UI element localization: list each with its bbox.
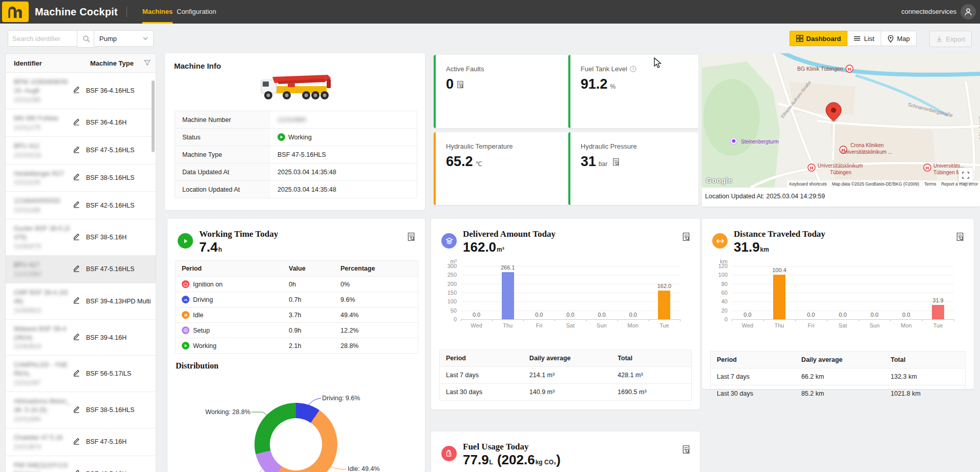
details-icon[interactable]: [955, 232, 965, 241]
poi-marker[interactable]: [731, 138, 737, 145]
edit-identifier-icon[interactable]: [73, 369, 82, 379]
working-time-row: Driving0.7h9.6%: [176, 292, 418, 307]
hospital-marker[interactable]: H: [846, 65, 853, 72]
edit-identifier-icon[interactable]: [73, 118, 82, 128]
chart-label: 0.0: [555, 312, 586, 318]
dashboard-view-button[interactable]: Dashboard: [790, 31, 848, 46]
machine-type-select[interactable]: Pump: [94, 30, 154, 47]
hydraulic-pressure-label: Hydraulic Pressure: [581, 142, 637, 150]
chart-shape: [732, 311, 954, 311]
putzmeister-logo[interactable]: [2, 2, 29, 22]
chart-label: Sat: [827, 322, 858, 329]
export-button[interactable]: Export: [929, 31, 972, 47]
user-avatar[interactable]: [961, 4, 976, 19]
fuel-icon: [441, 446, 457, 461]
machine-list-item[interactable]: 121684000003321011188BSF 42-5.16HLS: [6, 192, 156, 219]
tab-configuration[interactable]: Configuration: [177, 0, 216, 22]
edit-identifier-icon[interactable]: [73, 437, 82, 447]
chart-shape: [617, 319, 618, 321]
hospital-marker[interactable]: H: [840, 146, 847, 153]
chart-label: 266.1: [493, 264, 523, 271]
chart-label: Tue: [923, 322, 953, 329]
hospital-marker[interactable]: H: [808, 164, 815, 171]
map-view-button[interactable]: Map: [881, 31, 917, 46]
chart-shape: [555, 319, 555, 321]
dashboard-view-label: Dashboard: [806, 35, 841, 43]
edit-identifier-icon[interactable]: [73, 233, 82, 242]
chart-label: 0: [440, 316, 457, 322]
working-time-table-header: PeriodValuePercentage: [176, 261, 418, 276]
details-icon[interactable]: [681, 445, 691, 454]
sidebar-scrollbar[interactable]: [152, 80, 155, 152]
tab-machines[interactable]: Machines: [142, 0, 173, 24]
chart-shape: [492, 319, 493, 321]
machine-list-item[interactable]: BPW 1035/M06/0915- Aug621011085BSF 36-4.…: [6, 73, 156, 109]
machine-list-item[interactable]: BPU 41721010980BSF 47-5.16HLS: [6, 256, 156, 283]
machine-list-item[interactable]: CMP BSF 39-4 (3346)21063923BSF 39-4.13HP…: [6, 283, 156, 320]
chart-label: Mon: [617, 322, 648, 329]
edit-identifier-icon[interactable]: [73, 405, 82, 415]
machine-type-value: BSF 36-4.16HLS: [86, 87, 152, 94]
filter-icon[interactable]: [144, 59, 151, 68]
map[interactable]: H H H H: [702, 53, 980, 188]
edit-identifier-icon[interactable]: [73, 264, 82, 274]
help-icon[interactable]: ?: [630, 66, 636, 72]
bar[interactable]: [932, 305, 944, 319]
details-icon[interactable]: [407, 232, 416, 241]
terms-link[interactable]: Terms: [924, 180, 936, 188]
distance-icon: [712, 233, 728, 249]
chart-label: 0.0: [461, 312, 492, 318]
details-icon[interactable]: [681, 232, 691, 241]
ignition-icon: [182, 280, 189, 288]
edit-identifier-icon[interactable]: [73, 296, 82, 306]
machine-list-item[interactable]: Gunter BSF 38-5 (3375)21063075BSF 38-5.1…: [6, 219, 156, 256]
summary-table-row: Last 30 days85.2 km1021.8 km: [711, 385, 965, 402]
distribution-donut-chart[interactable]: [254, 403, 337, 472]
machine-list-item[interactable]: Midwest BSF 39-4 (3924)21063924BSF 39-4.…: [6, 320, 156, 356]
machine-list-item[interactable]: Chatelier 47 5.1621013874BSF 47-5.16H: [6, 428, 156, 456]
machine-list-item[interactable]: PMI 948(2)/10Y1/392(close)21011190BSF 46…: [6, 456, 156, 472]
search-input[interactable]: [8, 30, 77, 47]
edit-identifier-icon[interactable]: [73, 86, 82, 95]
machine-list-item[interactable]: BPU 41221010216BSF 47-5.16HLS: [6, 137, 156, 165]
bar[interactable]: [773, 275, 785, 319]
view-switcher: Dashboard List Map: [790, 31, 917, 46]
machine-list-item[interactable]: MN 390 FuNew21011275BSF 36-4.16H: [6, 109, 156, 137]
machine-identifier: MN 390 FuNew21011275: [14, 114, 73, 131]
hospital-marker[interactable]: H: [924, 164, 931, 171]
machine-type-value: BSF 47-5.16HLS: [86, 265, 152, 273]
machine-identifier: Midwest BSF 39-4 (3924)21063924: [14, 325, 73, 351]
chart-label: Sat: [555, 322, 586, 329]
edit-identifier-icon[interactable]: [73, 173, 82, 182]
distance-bar-chart[interactable]: km0204060801001200.0Wed100.4Thu0.0Fri0.0…: [711, 258, 961, 331]
map-view-label: Map: [897, 35, 910, 43]
machine-identifier: BPU 41721010980: [14, 261, 73, 278]
list-view-button[interactable]: List: [847, 31, 881, 46]
svg-text:?: ?: [632, 67, 634, 71]
bar[interactable]: [502, 272, 514, 319]
donut-slice-label: Driving: 9.6%: [322, 395, 389, 402]
edit-identifier-icon[interactable]: [73, 200, 82, 210]
fullscreen-button[interactable]: [958, 168, 973, 182]
chart-label: 80: [711, 281, 728, 287]
working-time-card: Working Time Today 7.4h PeriodValuePerce…: [167, 219, 425, 472]
machine-list-item[interactable]: CAMPALOS - YNEREAL21011087BSF 56-5.17iLS: [6, 356, 156, 392]
details-icon[interactable]: [456, 80, 464, 89]
details-icon[interactable]: [612, 158, 620, 166]
fuel-unit: L: [489, 459, 493, 466]
machine-type-value: BSF 46-5.16H: [86, 470, 152, 472]
edit-identifier-icon[interactable]: [73, 333, 82, 342]
delivered-amount-bar-chart[interactable]: m³0501001502002503000.0Wed266.1Thu0.0Fri…: [440, 258, 687, 331]
machine-list-item[interactable]: Heidelberger R2721011105BSF 38-5.16HLS: [6, 165, 156, 192]
edit-identifier-icon[interactable]: [73, 146, 82, 155]
bar[interactable]: [658, 291, 670, 319]
keyboard-shortcuts-link[interactable]: Keyboard shortcuts: [789, 180, 826, 188]
machine-type-value: BSF 38-5.16H: [86, 234, 152, 241]
chart-label: Fri: [796, 322, 826, 329]
edit-identifier-icon[interactable]: [73, 469, 82, 472]
chart-label: 250: [440, 272, 457, 278]
svg-text:H: H: [848, 67, 851, 72]
machine-list-item[interactable]: Athinadoros Beton_38- 5.16 (5)21011894BS…: [6, 392, 156, 428]
svg-text:H: H: [842, 148, 845, 153]
machine-type-value: BSF 42-5.16HLS: [86, 202, 152, 209]
